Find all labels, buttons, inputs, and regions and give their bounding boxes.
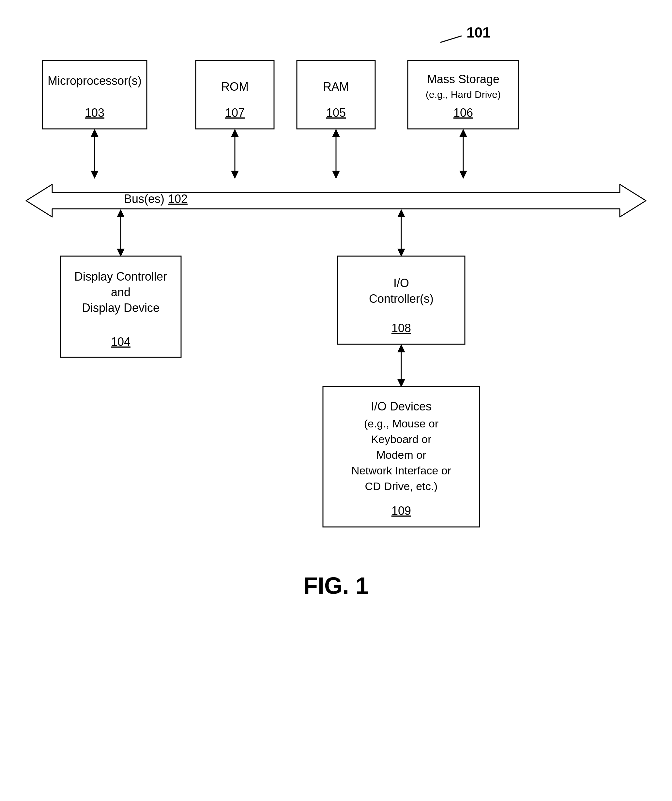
svg-marker-11	[459, 129, 467, 137]
io-devices-number: 109	[391, 504, 411, 518]
microprocessor-label: Microprocessor(s)	[48, 74, 141, 87]
display-controller-label2: and	[111, 285, 130, 299]
system-label: 101	[466, 24, 490, 40]
svg-marker-6	[231, 170, 239, 179]
svg-marker-9	[332, 170, 340, 179]
display-controller-label3: Display Device	[82, 301, 159, 315]
io-devices-label6: CD Drive, etc.)	[365, 480, 438, 492]
svg-marker-2	[91, 129, 98, 137]
io-devices-label2: (e.g., Mouse or	[364, 417, 439, 430]
ram-number: 105	[326, 106, 346, 119]
svg-marker-18	[397, 249, 405, 257]
io-controller-label1: I/O	[394, 277, 409, 290]
bus-label: Bus(es)	[124, 192, 164, 206]
io-controller-label2: Controller(s)	[369, 292, 434, 306]
display-controller-label1: Display Controller	[74, 270, 167, 283]
svg-marker-3	[91, 170, 98, 179]
bus-number: 102	[168, 192, 188, 206]
svg-marker-21	[397, 379, 405, 387]
svg-marker-20	[397, 344, 405, 352]
io-devices-label5: Network Interface or	[351, 464, 451, 477]
microprocessor-number: 103	[85, 106, 104, 119]
rom-number: 107	[225, 106, 245, 119]
io-devices-label4: Modem or	[376, 449, 426, 461]
io-devices-label3: Keyboard or	[371, 433, 431, 446]
svg-marker-17	[397, 209, 405, 217]
figure-label: FIG. 1	[303, 573, 369, 599]
ram-label: RAM	[323, 80, 349, 93]
rom-label: ROM	[221, 80, 249, 93]
svg-marker-15	[117, 249, 125, 257]
bus-arrow-left	[26, 184, 646, 217]
mass-storage-number: 106	[453, 106, 473, 119]
mass-storage-label1: Mass Storage	[427, 72, 500, 86]
svg-marker-14	[117, 209, 125, 217]
svg-marker-8	[332, 129, 340, 137]
io-controller-number: 108	[391, 322, 411, 335]
svg-line-0	[440, 36, 461, 42]
display-controller-number: 104	[111, 335, 130, 349]
svg-marker-5	[231, 129, 239, 137]
mass-storage-label2: (e.g., Hard Drive)	[426, 89, 501, 100]
svg-marker-12	[459, 170, 467, 179]
io-devices-label1: I/O Devices	[371, 400, 432, 413]
